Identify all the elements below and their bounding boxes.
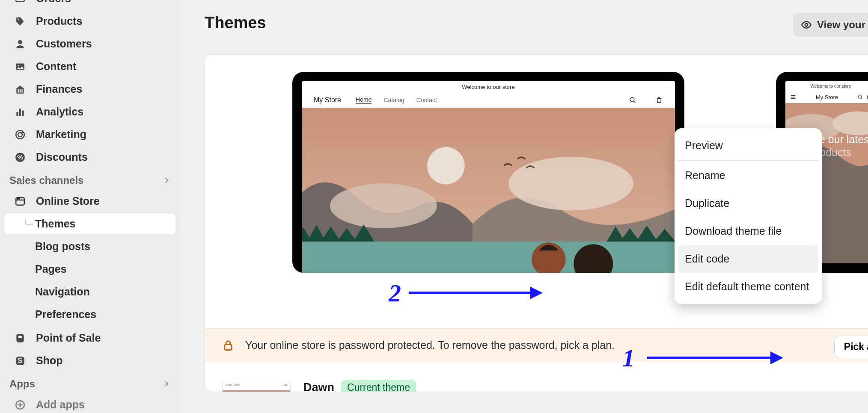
svg-point-31: [858, 95, 862, 98]
svg-point-17: [19, 198, 20, 199]
nav-preferences[interactable]: Preferences: [4, 304, 175, 325]
svg-rect-5: [18, 89, 19, 93]
nav-add-apps[interactable]: Add apps: [4, 394, 175, 413]
plus-circle-icon: [14, 399, 27, 410]
nav-label: Blog posts: [35, 240, 90, 253]
store-icon: [14, 196, 27, 207]
menu-separator: [678, 160, 818, 161]
svg-rect-19: [18, 336, 22, 338]
section-label: Apps: [9, 378, 35, 390]
sales-channels-header[interactable]: Sales channels: [0, 168, 180, 190]
view-store-button[interactable]: View your st: [793, 13, 868, 37]
nav-label: Finances: [36, 83, 82, 95]
bag-icon: [655, 96, 663, 104]
nav-label: Discounts: [36, 151, 88, 163]
nav-blog-posts[interactable]: Blog posts: [4, 236, 175, 257]
annotation-1: 1: [622, 344, 635, 372]
nav-label: Analytics: [36, 106, 83, 118]
hero-image: [302, 108, 675, 273]
finances-icon: [14, 84, 27, 95]
announce-bar-mobile: Welcome to our store: [785, 81, 868, 91]
nav-label: Products: [36, 15, 82, 27]
chevron-right-icon: [163, 177, 170, 184]
nav-analytics[interactable]: Analytics: [4, 101, 175, 122]
nav-shop[interactable]: S Shop: [4, 350, 175, 371]
discounts-icon: %: [14, 152, 27, 163]
svg-text:%: %: [17, 153, 23, 161]
pos-icon: [14, 333, 27, 344]
nav-finances[interactable]: Finances: [4, 79, 175, 100]
store-nav-home: Home: [356, 96, 372, 104]
svg-rect-36: [223, 390, 290, 392]
nav-label: Marketing: [36, 128, 86, 141]
svg-point-28: [330, 183, 437, 228]
eye-icon: [801, 19, 812, 30]
pick-plan-button[interactable]: Pick a plan: [834, 336, 868, 358]
customers-icon: [14, 38, 27, 50]
menu-edit-code[interactable]: Edit code: [678, 245, 818, 273]
current-theme-row: ≡ My Store⌕ 🛍 Browse our latest products: [222, 380, 868, 392]
store-brand: My Store: [314, 96, 341, 104]
marketing-icon: [14, 129, 27, 140]
nav-pos[interactable]: Point of Sale: [4, 327, 175, 348]
sidebar: Orders Products Customers Content Financ…: [0, 0, 180, 413]
theme-meta: Dawn Current theme Added: 50 minutes ago…: [303, 380, 416, 392]
svg-point-1: [18, 18, 19, 20]
theme-thumbnail: ≡ My Store⌕ 🛍 Browse our latest products: [222, 380, 291, 392]
apps-header[interactable]: Apps: [0, 372, 180, 393]
nav-pages[interactable]: Pages: [4, 259, 175, 280]
bag-icon: [866, 94, 868, 100]
svg-rect-10: [22, 110, 24, 116]
annotation-2: 2: [389, 279, 401, 307]
nav-label: Orders: [36, 0, 71, 5]
nav-label: Point of Sale: [36, 332, 101, 344]
nav-navigation[interactable]: Navigation: [4, 281, 175, 302]
nav-orders[interactable]: Orders: [4, 0, 175, 9]
nav-label: Pages: [35, 263, 67, 275]
orders-icon: [14, 0, 27, 4]
section-label: Sales channels: [9, 174, 83, 186]
svg-point-16: [18, 198, 18, 199]
svg-point-26: [427, 147, 465, 185]
menu-preview[interactable]: Preview: [678, 132, 818, 159]
chevron-right-icon: [163, 380, 170, 388]
svg-rect-0: [16, 0, 24, 1]
password-text: Your online store is password protected.…: [245, 339, 615, 351]
nav-online-store[interactable]: Online Store: [4, 191, 175, 212]
nav-label: Add apps: [36, 398, 85, 411]
svg-point-23: [805, 24, 808, 27]
search-icon: [857, 94, 863, 100]
shop-icon: S: [14, 355, 27, 366]
nav-themes[interactable]: Themes: [4, 213, 175, 234]
menu-edit-default[interactable]: Edit default theme content: [678, 273, 818, 301]
svg-point-27: [508, 157, 633, 210]
store-header: My Store Home Catalog Contact: [302, 93, 675, 108]
nav-label: Online Store: [36, 195, 100, 207]
menu-duplicate[interactable]: Duplicate: [678, 189, 818, 217]
svg-rect-6: [20, 89, 21, 93]
nav-content[interactable]: Content: [4, 56, 175, 77]
svg-rect-9: [19, 109, 21, 116]
page-title: Themes: [205, 14, 868, 32]
desktop-preview-frame: Welcome to our store My Store Home Catal…: [292, 72, 684, 273]
nav-label: Preferences: [35, 308, 96, 321]
nav-customers[interactable]: Customers: [4, 33, 175, 54]
svg-point-24: [630, 97, 634, 102]
menu-rename[interactable]: Rename: [678, 162, 818, 189]
nav-marketing[interactable]: Marketing: [4, 124, 175, 145]
menu-download[interactable]: Download theme file: [678, 217, 818, 245]
svg-point-4: [18, 65, 19, 66]
nav-label: Navigation: [35, 286, 90, 298]
svg-rect-8: [16, 112, 18, 116]
theme-name: Dawn: [303, 381, 334, 392]
nav-discounts[interactable]: % Discounts: [4, 147, 175, 168]
nav-products[interactable]: Products: [4, 11, 175, 32]
svg-point-2: [18, 40, 22, 44]
main-content: Themes View your st Welcome to our store…: [180, 0, 868, 413]
nav-label: Themes: [35, 218, 75, 230]
desktop-preview: Welcome to our store My Store Home Catal…: [302, 81, 675, 273]
store-nav-contact: Contact: [416, 97, 437, 103]
nav-label: Shop: [36, 354, 63, 367]
products-icon: [14, 16, 27, 27]
store-nav-catalog: Catalog: [383, 97, 404, 103]
